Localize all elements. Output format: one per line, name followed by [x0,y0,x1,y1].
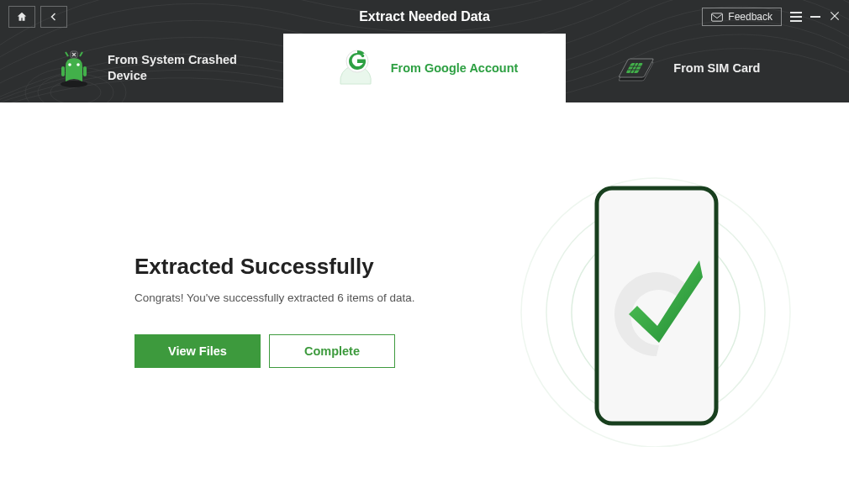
back-button[interactable] [40,6,67,28]
svg-rect-8 [83,66,87,76]
result-subtext: Congrats! You've successfully extracted … [134,291,538,304]
tab-google-account[interactable]: From Google Account [283,34,567,102]
close-button[interactable] [829,9,841,24]
svg-point-13 [361,55,364,58]
main-content: Extracted Successfully Congrats! You've … [0,102,849,504]
sim-card-icon [618,48,662,88]
source-tabs: From System Crashed Device From Google A… [0,34,849,102]
tab-label: From Google Account [391,60,519,76]
home-button[interactable] [8,6,35,28]
svg-point-4 [61,81,87,87]
result-heading: Extracted Successfully [134,254,538,280]
chevron-left-icon [49,12,59,22]
svg-line-10 [80,52,82,56]
tab-label: From SIM Card [673,60,760,76]
tab-sim-card[interactable]: From SIM Card [566,34,849,102]
home-icon [16,11,28,23]
view-files-button[interactable]: View Files [134,334,261,368]
app-header: Extract Needed Data Feedback [0,0,849,102]
complete-button[interactable]: Complete [269,334,395,368]
minimize-button[interactable] [810,16,820,18]
close-icon [829,10,841,22]
crashed-device-icon [52,48,96,88]
svg-point-6 [76,63,80,66]
menu-button[interactable] [790,12,802,22]
tab-system-crashed-device[interactable]: From System Crashed Device [0,34,283,102]
svg-line-9 [66,52,68,56]
success-illustration [513,161,799,447]
envelope-icon [711,13,723,22]
feedback-button[interactable]: Feedback [702,8,782,26]
svg-rect-24 [597,188,716,423]
tab-label: From System Crashed Device [108,52,256,84]
svg-point-5 [68,63,71,66]
svg-rect-3 [712,13,723,20]
svg-rect-7 [61,66,65,76]
feedback-label: Feedback [728,11,773,23]
google-account-icon [335,48,379,88]
